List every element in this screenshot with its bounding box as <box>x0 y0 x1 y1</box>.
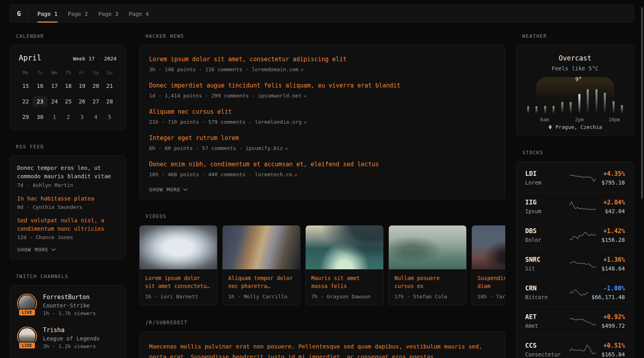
rss-show-more-button[interactable]: SHOW MORE <box>17 247 118 253</box>
stock-change: +1.36% <box>599 256 625 263</box>
stock-price: $66,171.48 <box>592 294 625 300</box>
hackernews-item-title[interactable]: Aliquam nec cursus elit <box>149 108 495 116</box>
video-meta: 18h · Tara <box>477 294 505 300</box>
weather-location: Prague, Czechia <box>516 124 634 130</box>
video-card[interactable]: Nullam posuere cursus ex 17h · Stefan Co… <box>388 225 467 305</box>
weather-tick-label: 2pm <box>575 117 584 123</box>
section-title-calendar: CALENDAR <box>16 33 126 39</box>
hackernews-item-meta: 3h · 148 points · 116 comments · loremdo… <box>149 66 495 72</box>
video-title: Nullam posuere cursus ex <box>394 274 461 290</box>
subreddit-post-title[interactable]: Maecenas mollis pulvinar erat non posuer… <box>149 341 495 358</box>
scrollbar[interactable] <box>641 7 643 199</box>
rss-widget: Donec tempor eros leo, ut commodo mauris… <box>10 156 126 259</box>
top-bar: G Page 1 Page 2 Page 3 Page 4 <box>10 5 634 23</box>
calendar-day-outside[interactable]: 4 <box>89 112 103 122</box>
calendar-day[interactable]: 21 <box>103 81 116 91</box>
rss-item-title[interactable]: Donec tempor eros leo, ut commodo mauris… <box>17 164 118 181</box>
calendar-day[interactable]: 29 <box>19 112 33 122</box>
calendar-day-outside[interactable]: 3 <box>75 112 89 122</box>
stock-sparkline <box>570 200 596 213</box>
hackernews-item-meta: 6h · 60 points · 57 comments · ipsumify.… <box>149 145 495 151</box>
calendar-day[interactable]: 28 <box>103 96 116 107</box>
calendar-day[interactable]: 18 <box>61 81 75 91</box>
hackernews-item: Donec enim nibh, condimentum et accumsan… <box>149 160 495 177</box>
twitch-channel-game: League of Legends <box>43 335 100 342</box>
calendar-day[interactable]: 27 <box>89 96 103 107</box>
stock-row: AET Amet +0.92% $499.72 <box>524 307 626 335</box>
twitch-channel-row[interactable]: LIVE Trisha League of Legends 3h · 1.2k … <box>17 327 118 349</box>
tab-page-1[interactable]: Page 1 <box>32 5 63 22</box>
tab-page-2[interactable]: Page 2 <box>63 5 93 22</box>
video-thumbnail <box>306 226 383 269</box>
video-card[interactable]: Mauris sit amet massa felis 7h · Grayson… <box>305 225 384 305</box>
calendar-day[interactable]: 20 <box>89 81 103 91</box>
weather-widget: Overcast Feels like 5°C 9° 6am 2pm 10pm … <box>516 45 634 136</box>
calendar-day[interactable]: 17 <box>48 81 62 91</box>
stock-ticker: IIG <box>525 198 566 206</box>
hackernews-item-title[interactable]: Integer eget rutrum lorem <box>149 134 495 142</box>
hackernews-show-more-button[interactable]: SHOW MORE <box>149 187 495 193</box>
section-title-twitch: TWITCH CHANNELS <box>16 274 126 279</box>
section-title-stocks: STOCKS <box>522 150 634 156</box>
stock-row: SNRC Sit +1.36% $148.64 <box>524 249 626 278</box>
stock-ticker: SNRC <box>525 256 566 263</box>
external-link-icon: ↗ <box>294 172 297 177</box>
stock-row: DBS Dolor +1.42% $156.28 <box>524 221 626 249</box>
tab-page-3[interactable]: Page 3 <box>93 5 124 22</box>
live-badge: LIVE <box>18 309 36 316</box>
video-card[interactable]: Lorem ipsum dolor sit amet consectetu… 1… <box>139 225 217 305</box>
subreddit-widget: Maecenas mollis pulvinar erat non posuer… <box>139 331 505 358</box>
video-thumbnail <box>472 226 505 269</box>
rss-item: Sed volutpat nulla nisl, a condimentum n… <box>17 216 118 241</box>
stock-sparkline <box>570 257 596 270</box>
external-link-icon: ↗ <box>301 67 303 72</box>
rss-item-title[interactable]: In hac habitasse platea <box>17 195 118 203</box>
stock-sparkline <box>570 343 596 356</box>
stock-ticker: CCS <box>525 342 566 349</box>
calendar-day[interactable]: 26 <box>75 96 89 107</box>
calendar-day-outside[interactable]: 2 <box>61 112 75 122</box>
rss-item: In hac habitasse platea 8d · Cynthia Sau… <box>17 195 118 210</box>
twitch-channel-row[interactable]: LIVE ForrestBurton Counter-Strike 1h · 1… <box>17 294 118 316</box>
stock-ticker: LDI <box>525 170 566 177</box>
calendar-day[interactable]: 22 <box>19 96 33 107</box>
app-logo[interactable]: G <box>10 5 28 22</box>
video-card[interactable]: Suspendisse diam 18h · Tara <box>471 225 505 305</box>
chevron-down-icon <box>51 248 56 251</box>
section-title-videos: VIDEOS <box>145 214 505 219</box>
calendar-day[interactable]: 30 <box>33 112 48 122</box>
calendar-day-outside[interactable]: 5 <box>103 112 116 122</box>
calendar-day-selected[interactable]: 23 <box>33 96 48 107</box>
video-card[interactable]: Aliquam tempor dolor nec pharetra… 1h · … <box>222 225 301 305</box>
hackernews-item-meta: 1d · 1,414 points · 299 comments · ipsum… <box>149 93 495 99</box>
calendar-day[interactable]: 16 <box>33 81 48 91</box>
section-title-weather: WEATHER <box>522 33 634 39</box>
rss-item-title[interactable]: Sed volutpat nulla nisl, a condimentum n… <box>17 216 118 233</box>
stock-ticker: CRN <box>525 284 566 292</box>
stock-change: +2.84% <box>599 199 625 206</box>
video-meta: 1h · Molly Carrillo <box>228 294 295 300</box>
calendar-day[interactable]: 19 <box>75 81 89 91</box>
stock-sparkline <box>570 315 596 327</box>
weather-hourly-chart: 9° 6am 2pm 10pm <box>527 76 623 123</box>
tab-page-4[interactable]: Page 4 <box>124 5 154 22</box>
calendar-week-label: Week 17 · 2024 <box>73 56 116 62</box>
hackernews-item-title[interactable]: Lorem ipsum dolor sit amet, consectetur … <box>149 55 495 64</box>
calendar-day-outside[interactable]: 1 <box>48 112 62 122</box>
location-pin-icon <box>548 125 553 130</box>
stock-price: $42.04 <box>599 208 625 214</box>
calendar-day[interactable]: 25 <box>61 96 75 107</box>
video-title: Lorem ipsum dolor sit amet consectetu… <box>145 274 211 290</box>
hackernews-item-title[interactable]: Donec enim nibh, condimentum et accumsan… <box>149 160 495 169</box>
day-name: Tu <box>33 70 48 76</box>
stock-change: +0.92% <box>599 313 625 321</box>
twitch-channel-name: Trisha <box>43 327 100 334</box>
weather-tick-label: 10pm <box>609 117 620 123</box>
section-title-rss: RSS FEED <box>16 144 126 150</box>
calendar-day[interactable]: 24 <box>48 96 62 107</box>
stock-change: +4.35% <box>599 170 625 177</box>
hackernews-item: Integer eget rutrum lorem 6h · 60 points… <box>149 134 495 151</box>
hackernews-item-title[interactable]: Donec imperdiet augue tincidunt felis al… <box>149 82 495 90</box>
stock-sparkline <box>570 286 588 299</box>
calendar-day[interactable]: 15 <box>19 81 33 91</box>
